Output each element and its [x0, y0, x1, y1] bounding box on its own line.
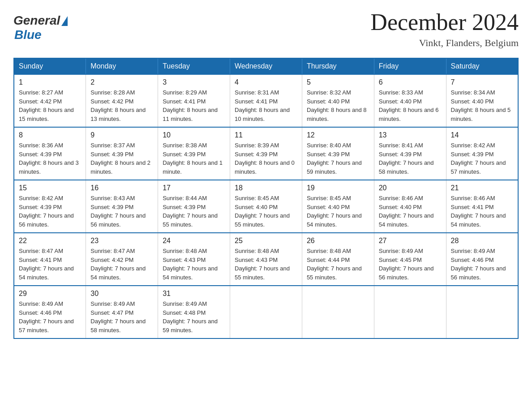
logo-general-text: General	[13, 13, 60, 28]
calendar-header-monday: Monday	[86, 58, 158, 74]
day-number: 1	[19, 78, 81, 86]
day-number: 4	[235, 78, 297, 86]
day-number: 11	[235, 131, 297, 139]
calendar-header-friday: Friday	[374, 58, 446, 74]
calendar-week-row: 29Sunrise: 8:49 AMSunset: 4:46 PMDayligh…	[14, 286, 518, 338]
calendar-cell: 23Sunrise: 8:47 AMSunset: 4:42 PMDayligh…	[86, 233, 158, 286]
day-info: Sunrise: 8:47 AMSunset: 4:41 PMDaylight:…	[19, 247, 81, 282]
calendar-header-wednesday: Wednesday	[230, 58, 302, 74]
day-info: Sunrise: 8:49 AMSunset: 4:46 PMDaylight:…	[451, 247, 513, 282]
calendar-header-row: SundayMondayTuesdayWednesdayThursdayFrid…	[14, 58, 518, 74]
day-info: Sunrise: 8:32 AMSunset: 4:40 PMDaylight:…	[307, 88, 369, 123]
day-number: 12	[307, 131, 369, 139]
day-info: Sunrise: 8:49 AMSunset: 4:47 PMDaylight:…	[90, 300, 153, 334]
calendar-cell: 11Sunrise: 8:39 AMSunset: 4:39 PMDayligh…	[230, 127, 302, 180]
day-number: 22	[19, 237, 81, 245]
day-info: Sunrise: 8:36 AMSunset: 4:39 PMDaylight:…	[19, 141, 81, 176]
day-info: Sunrise: 8:29 AMSunset: 4:41 PMDaylight:…	[163, 88, 225, 123]
day-info: Sunrise: 8:45 AMSunset: 4:40 PMDaylight:…	[307, 194, 369, 229]
day-info: Sunrise: 8:41 AMSunset: 4:39 PMDaylight:…	[379, 141, 442, 176]
calendar-cell: 10Sunrise: 8:38 AMSunset: 4:39 PMDayligh…	[158, 127, 230, 180]
day-number: 20	[379, 184, 442, 192]
calendar-header-tuesday: Tuesday	[158, 58, 230, 74]
day-info: Sunrise: 8:34 AMSunset: 4:40 PMDaylight:…	[451, 88, 513, 123]
calendar-header-thursday: Thursday	[302, 58, 374, 74]
location-text: Vinkt, Flanders, Belgium	[370, 37, 519, 49]
day-info: Sunrise: 8:48 AMSunset: 4:44 PMDaylight:…	[307, 247, 369, 282]
day-info: Sunrise: 8:49 AMSunset: 4:45 PMDaylight:…	[379, 247, 442, 282]
calendar-cell: 29Sunrise: 8:49 AMSunset: 4:46 PMDayligh…	[14, 286, 86, 338]
calendar-cell: 5Sunrise: 8:32 AMSunset: 4:40 PMDaylight…	[302, 74, 374, 127]
calendar-cell: 27Sunrise: 8:49 AMSunset: 4:45 PMDayligh…	[374, 233, 446, 286]
calendar-cell: 20Sunrise: 8:46 AMSunset: 4:40 PMDayligh…	[374, 180, 446, 233]
day-number: 13	[379, 131, 442, 139]
day-info: Sunrise: 8:37 AMSunset: 4:39 PMDaylight:…	[90, 141, 153, 176]
calendar-cell: 15Sunrise: 8:42 AMSunset: 4:39 PMDayligh…	[14, 180, 86, 233]
calendar-cell: 17Sunrise: 8:44 AMSunset: 4:39 PMDayligh…	[158, 180, 230, 233]
day-number: 16	[90, 184, 153, 192]
calendar-cell: 12Sunrise: 8:40 AMSunset: 4:39 PMDayligh…	[302, 127, 374, 180]
day-info: Sunrise: 8:27 AMSunset: 4:42 PMDaylight:…	[19, 88, 81, 123]
day-number: 28	[451, 237, 513, 245]
page-header: General Blue December 2024 Vinkt, Flande…	[13, 9, 519, 49]
day-info: Sunrise: 8:42 AMSunset: 4:39 PMDaylight:…	[451, 141, 513, 176]
day-number: 29	[19, 290, 81, 298]
day-number: 7	[451, 78, 513, 86]
day-number: 27	[379, 237, 442, 245]
calendar-cell: 25Sunrise: 8:48 AMSunset: 4:43 PMDayligh…	[230, 233, 302, 286]
day-number: 2	[90, 78, 153, 86]
day-number: 9	[90, 131, 153, 139]
day-number: 25	[235, 237, 297, 245]
calendar-cell: 18Sunrise: 8:45 AMSunset: 4:40 PMDayligh…	[230, 180, 302, 233]
calendar-cell: 28Sunrise: 8:49 AMSunset: 4:46 PMDayligh…	[446, 233, 518, 286]
title-section: December 2024 Vinkt, Flanders, Belgium	[370, 9, 519, 49]
calendar-cell: 22Sunrise: 8:47 AMSunset: 4:41 PMDayligh…	[14, 233, 86, 286]
day-number: 5	[307, 78, 369, 86]
day-number: 23	[90, 237, 153, 245]
day-number: 18	[235, 184, 297, 192]
day-number: 14	[451, 131, 513, 139]
day-info: Sunrise: 8:46 AMSunset: 4:40 PMDaylight:…	[379, 194, 442, 229]
calendar-cell: 2Sunrise: 8:28 AMSunset: 4:42 PMDaylight…	[86, 74, 158, 127]
logo-blue-text: Blue	[14, 28, 42, 42]
day-info: Sunrise: 8:38 AMSunset: 4:39 PMDaylight:…	[163, 141, 225, 176]
day-info: Sunrise: 8:33 AMSunset: 4:40 PMDaylight:…	[379, 88, 442, 123]
calendar-cell	[446, 286, 518, 338]
day-info: Sunrise: 8:45 AMSunset: 4:40 PMDaylight:…	[235, 194, 297, 229]
calendar-cell: 1Sunrise: 8:27 AMSunset: 4:42 PMDaylight…	[14, 74, 86, 127]
calendar-cell: 6Sunrise: 8:33 AMSunset: 4:40 PMDaylight…	[374, 74, 446, 127]
day-number: 3	[163, 78, 225, 86]
day-number: 10	[163, 131, 225, 139]
day-number: 21	[451, 184, 513, 192]
day-info: Sunrise: 8:43 AMSunset: 4:39 PMDaylight:…	[90, 194, 153, 229]
logo-triangle-icon	[61, 16, 68, 26]
day-info: Sunrise: 8:28 AMSunset: 4:42 PMDaylight:…	[90, 88, 153, 123]
calendar-cell: 3Sunrise: 8:29 AMSunset: 4:41 PMDaylight…	[158, 74, 230, 127]
day-number: 31	[163, 290, 225, 298]
calendar-cell: 13Sunrise: 8:41 AMSunset: 4:39 PMDayligh…	[374, 127, 446, 180]
calendar-cell: 16Sunrise: 8:43 AMSunset: 4:39 PMDayligh…	[86, 180, 158, 233]
day-info: Sunrise: 8:40 AMSunset: 4:39 PMDaylight:…	[307, 141, 369, 176]
calendar-cell: 21Sunrise: 8:46 AMSunset: 4:41 PMDayligh…	[446, 180, 518, 233]
day-number: 6	[379, 78, 442, 86]
calendar-cell: 8Sunrise: 8:36 AMSunset: 4:39 PMDaylight…	[14, 127, 86, 180]
day-info: Sunrise: 8:48 AMSunset: 4:43 PMDaylight:…	[163, 247, 225, 282]
day-number: 8	[19, 131, 81, 139]
month-title: December 2024	[370, 9, 519, 35]
calendar-week-row: 1Sunrise: 8:27 AMSunset: 4:42 PMDaylight…	[14, 74, 518, 127]
day-info: Sunrise: 8:49 AMSunset: 4:48 PMDaylight:…	[163, 300, 225, 334]
calendar-cell: 14Sunrise: 8:42 AMSunset: 4:39 PMDayligh…	[446, 127, 518, 180]
day-info: Sunrise: 8:46 AMSunset: 4:41 PMDaylight:…	[451, 194, 513, 229]
day-info: Sunrise: 8:42 AMSunset: 4:39 PMDaylight:…	[19, 194, 81, 229]
day-number: 17	[163, 184, 225, 192]
day-number: 24	[163, 237, 225, 245]
calendar-cell: 24Sunrise: 8:48 AMSunset: 4:43 PMDayligh…	[158, 233, 230, 286]
day-number: 15	[19, 184, 81, 192]
day-info: Sunrise: 8:48 AMSunset: 4:43 PMDaylight:…	[235, 247, 297, 282]
calendar-table: SundayMondayTuesdayWednesdayThursdayFrid…	[13, 58, 519, 339]
calendar-cell	[230, 286, 302, 338]
calendar-cell	[302, 286, 374, 338]
calendar-cell: 7Sunrise: 8:34 AMSunset: 4:40 PMDaylight…	[446, 74, 518, 127]
day-info: Sunrise: 8:39 AMSunset: 4:39 PMDaylight:…	[235, 141, 297, 176]
day-number: 26	[307, 237, 369, 245]
